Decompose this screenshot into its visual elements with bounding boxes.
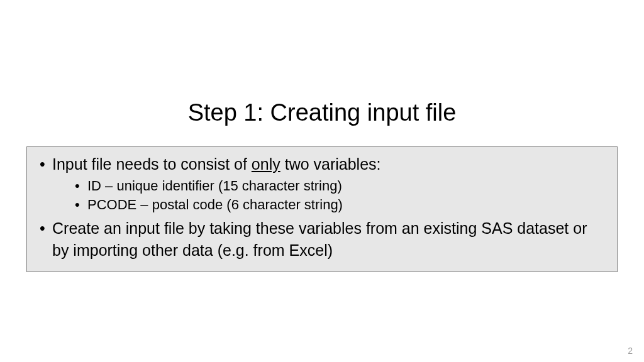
bullet-text-suffix: two variables: <box>280 155 381 173</box>
slide-title: Step 1: Creating input file <box>25 99 619 126</box>
slide: Step 1: Creating input file Input file n… <box>0 99 644 362</box>
sub-bullet-item: ID – unique identifier (15 character str… <box>52 177 607 195</box>
content-box: Input file needs to consist of only two … <box>26 146 618 272</box>
sub-bullet-list: ID – unique identifier (15 character str… <box>52 177 607 214</box>
page-number: 2 <box>628 346 633 356</box>
bullet-item: Input file needs to consist of only two … <box>37 153 607 214</box>
bullet-text-underlined: only <box>252 155 280 173</box>
bullet-item: Create an input file by taking these var… <box>37 217 607 261</box>
bullet-list: Input file needs to consist of only two … <box>37 153 607 261</box>
bullet-text-prefix: Input file needs to consist of <box>52 155 252 173</box>
sub-bullet-item: PCODE – postal code (6 character string) <box>52 195 607 214</box>
